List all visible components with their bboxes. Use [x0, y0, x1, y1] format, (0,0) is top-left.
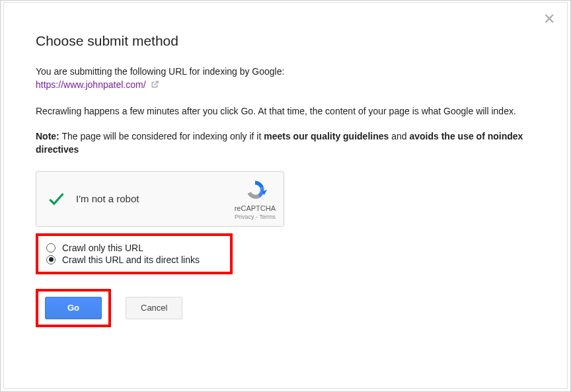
recaptcha-label: I'm not a robot	[76, 193, 235, 204]
note-text-1: The page will be considered for indexing…	[59, 131, 264, 141]
dialog-actions: Go Cancel	[36, 289, 535, 327]
external-link-icon	[151, 79, 159, 92]
cancel-button[interactable]: Cancel	[126, 297, 182, 319]
recaptcha-privacy-link[interactable]: Privacy	[235, 214, 254, 220]
option-label: Crawl only this URL	[62, 243, 143, 253]
go-highlight: Go	[36, 289, 111, 327]
option-label: Crawl this URL and its direct links	[62, 255, 200, 265]
recaptcha-branding: reCAPTCHA Privacy - Terms	[235, 178, 276, 220]
crawl-options-group: Crawl only this URL Crawl this URL and i…	[36, 233, 233, 274]
recaptcha-checkmark-icon	[46, 188, 67, 210]
note-strong-1: meets our quality guidelines	[264, 131, 389, 141]
radio-icon	[46, 255, 56, 264]
go-button[interactable]: Go	[45, 297, 102, 319]
note-text-2: and	[389, 131, 409, 141]
note-prefix: Note:	[36, 131, 59, 141]
intro-paragraph: You are submitting the following URL for…	[36, 65, 535, 93]
dialog-title: Choose submit method	[36, 33, 535, 49]
submitted-url-link[interactable]: https://www.johnpatel.com/	[36, 79, 146, 90]
option-crawl-direct-links[interactable]: Crawl this URL and its direct links	[46, 255, 222, 265]
recaptcha-widget[interactable]: I'm not a robot reCAPTCHA Privacy - Term…	[36, 171, 284, 227]
intro-text: You are submitting the following URL for…	[36, 66, 284, 77]
option-crawl-only[interactable]: Crawl only this URL	[46, 243, 222, 253]
recaptcha-terms-link[interactable]: Terms	[259, 214, 276, 220]
recrawl-note: Recrawling happens a few minutes after y…	[36, 104, 535, 118]
submit-method-dialog: ✕ Choose submit method You are submittin…	[3, 2, 568, 389]
quality-note: Note: The page will be considered for in…	[36, 130, 535, 157]
radio-icon	[46, 243, 56, 253]
recaptcha-logo-icon	[235, 178, 276, 203]
recaptcha-brand: reCAPTCHA	[235, 204, 276, 212]
close-icon[interactable]: ✕	[543, 12, 555, 26]
